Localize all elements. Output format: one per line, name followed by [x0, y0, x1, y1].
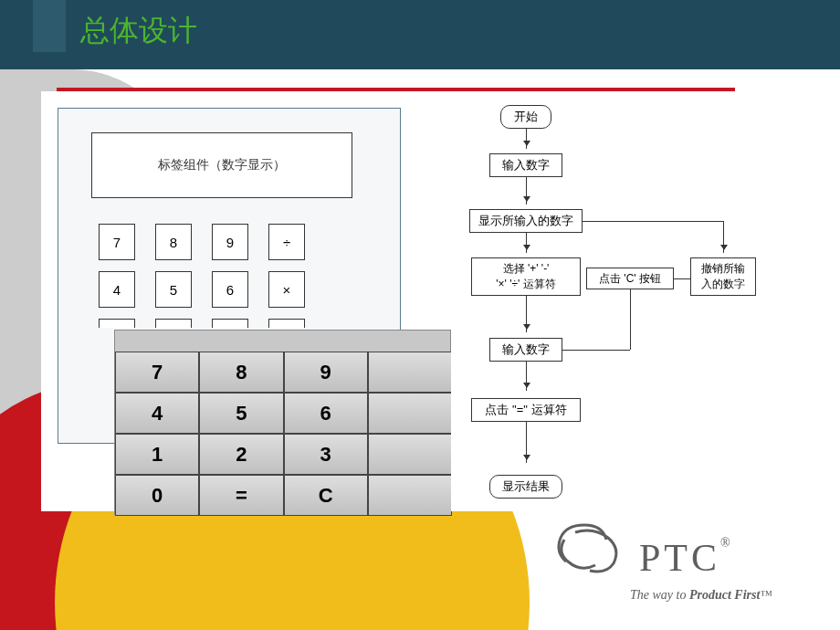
calc-row-2: 4 5 6 ×: [99, 271, 305, 308]
calc-row-1: 7 8 9 ÷: [99, 224, 305, 260]
arrow-icon: [526, 129, 527, 149]
key-5: 5: [155, 271, 192, 308]
logo-text: PTC®: [639, 536, 734, 580]
arrow-icon: [723, 221, 724, 253]
rk-4: 4: [115, 393, 199, 434]
key-div: ÷: [268, 224, 305, 260]
rk-blank: [368, 475, 452, 516]
tagline-prefix: The way to: [630, 588, 689, 602]
flowchart: 开始 输入数字 显示所输入的数字 选择 '+' '-' '×' '÷' 运算符 …: [451, 91, 760, 511]
calc-keypad: 7 8 9 4 5 6 1 2 3 0 = C: [115, 352, 452, 516]
logo-brand: PTC: [639, 537, 720, 579]
flow-input1: 输入数字: [489, 153, 562, 177]
key-7: 7: [99, 224, 135, 260]
page-title: 总体设计: [80, 11, 197, 51]
flow-input2: 输入数字: [489, 338, 562, 362]
arrow-icon: [526, 362, 527, 391]
calc-row-3-partial: [99, 319, 305, 328]
flow-result: 显示结果: [489, 475, 562, 499]
key-6: 6: [212, 271, 248, 308]
ptc-logo: PTC® The way to Product First™: [548, 516, 800, 603]
rk-0: 0: [115, 475, 199, 516]
calc-display-label: 标签组件（数字显示）: [91, 132, 352, 198]
tagline-main: Product First: [689, 588, 760, 602]
key-partial: [99, 319, 135, 328]
rk-eq: =: [199, 475, 283, 516]
registered-icon: ®: [720, 536, 734, 550]
calculator-rendered: 7 8 9 4 5 6 1 2 3 0 = C: [114, 330, 451, 515]
flow-display: 显示所输入的数字: [469, 209, 583, 233]
flow-start: 开始: [500, 105, 551, 129]
arrow-icon: [526, 296, 527, 332]
key-mul: ×: [268, 271, 305, 308]
flow-equals: 点击 "=" 运算符: [471, 398, 581, 422]
rk-3: 3: [284, 434, 368, 475]
rk-2: 2: [199, 434, 283, 475]
connector: [630, 289, 631, 350]
rk-1: 1: [115, 434, 199, 475]
connector: [562, 350, 630, 351]
key-4: 4: [99, 271, 135, 308]
rk-blank: [368, 393, 452, 434]
connector: [583, 221, 723, 222]
tm-icon: ™: [760, 588, 772, 602]
rk-8: 8: [199, 352, 283, 393]
key-partial: [212, 319, 248, 328]
key-partial: [268, 319, 305, 328]
rk-9: 9: [284, 352, 368, 393]
arrow-icon: [526, 233, 527, 253]
rk-5: 5: [199, 393, 283, 434]
rk-6: 6: [284, 393, 368, 434]
rk-blank: [368, 434, 452, 475]
arrow-icon: [526, 422, 527, 463]
rk-blank: [368, 352, 452, 393]
key-partial: [155, 319, 192, 328]
ptc-swirl-icon: [548, 516, 632, 578]
flow-undo: 撤销所输 入的数字: [690, 257, 756, 296]
flow-operator: 选择 '+' '-' '×' '÷' 运算符: [471, 257, 581, 296]
key-9: 9: [212, 224, 248, 260]
flow-c-button: 点击 'C' 按钮: [586, 268, 674, 289]
key-8: 8: [155, 224, 192, 260]
title-accent: [33, 0, 66, 52]
arrow-icon: [526, 177, 527, 205]
connector: [674, 278, 690, 279]
rk-7: 7: [115, 352, 199, 393]
rk-c: C: [284, 475, 368, 516]
logo-tagline: The way to Product First™: [630, 588, 772, 603]
